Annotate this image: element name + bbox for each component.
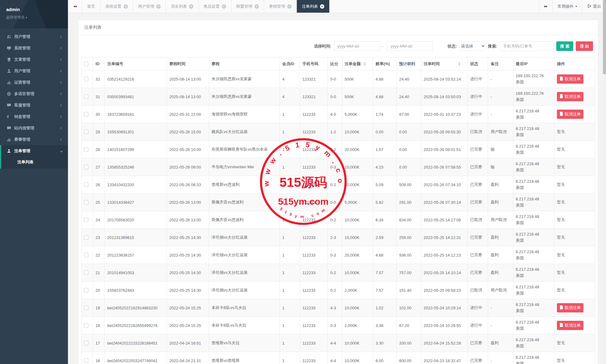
sidebar-item-转盘管理[interactable]: ¥转盘管理 — [0, 111, 68, 122]
sidebar-item-客服管理[interactable]: 客服管理 — [0, 99, 68, 111]
cell-status: 进行中 — [468, 70, 488, 88]
search-button[interactable]: 搜 索 — [556, 41, 574, 51]
cell-remark: 盈利 — [488, 194, 513, 211]
sort-carets-icon[interactable] — [458, 62, 461, 66]
cell-profit: 757.00 — [397, 264, 421, 282]
column-header-注单时间[interactable]: 注单时间 — [421, 57, 468, 70]
cell-order-no: 133014336427 — [105, 194, 167, 211]
sidebar-subitem-注单列表[interactable]: 注单列表 — [1, 157, 68, 169]
sidebar-item-用户管理[interactable]: 用户管理 — [0, 31, 68, 42]
row-checkbox[interactable] — [84, 147, 88, 152]
row-checkbox[interactable] — [84, 306, 88, 310]
status-select[interactable]: 请选择 — [459, 41, 486, 51]
row-checkbox[interactable] — [84, 130, 88, 134]
column-header-注单金额[interactable]: 注单金额 — [342, 57, 373, 70]
sidebar-item-用户管理[interactable]: 用户管理 — [0, 65, 68, 77]
tab-label: 注单列表 — [302, 4, 318, 9]
cell-last-ip: 8.217.218.48美国 — [513, 176, 554, 194]
cancel-order-button[interactable]: 取消注单 — [557, 92, 583, 101]
tab-close-icon[interactable]: ✕ — [287, 4, 292, 9]
cell-amount: 10,000K — [342, 176, 373, 194]
user-role-dropdown[interactable]: 超级管理员▾ — [6, 15, 62, 20]
row-checkbox[interactable] — [84, 341, 88, 345]
tab-close-icon[interactable]: ✕ — [124, 4, 128, 9]
sort-carets-icon[interactable] — [364, 62, 366, 66]
row-checkbox[interactable] — [84, 112, 88, 116]
row-checkbox[interactable] — [84, 165, 88, 169]
cancel-order-button[interactable]: 取消注单 — [557, 321, 583, 330]
sidebar-item-赛事管理[interactable]: 赛事管理 — [0, 134, 68, 145]
cell-status: 已完赛 — [468, 246, 488, 264]
chevron-left-icon — [60, 35, 63, 38]
fast-forward-icon: ▶▶ — [544, 5, 547, 8]
table-row: 251330143364272022-05-26 13:00斯佩齐亚vs恩波利1… — [82, 194, 595, 211]
sidebar-group-9: 赛事管理 — [0, 134, 68, 145]
start-date-input[interactable] — [334, 41, 380, 51]
cell-order-time: 2022-05-26 08:01:51 — [421, 141, 468, 158]
tab-close-icon[interactable]: ✕ — [255, 4, 259, 9]
logout-button[interactable]: 退出 — [582, 0, 606, 13]
cell-profit: 67.20 — [397, 317, 421, 334]
ip-address: 8.217.218.48 — [516, 231, 552, 237]
cell-order-no: bet24052022162914883230 — [105, 299, 167, 317]
tab-系统设置[interactable]: 系统设置✕ — [100, 0, 133, 13]
tab-close-icon[interactable]: ✕ — [156, 4, 161, 9]
cancel-order-label: 取消注单 — [565, 76, 581, 82]
sidebar-item-多语言管理[interactable]: 多语言管理 — [0, 88, 68, 99]
ip-address: 8.217.218.48 — [516, 214, 552, 220]
cancel-order-button[interactable]: 取消注单 — [557, 303, 583, 312]
sidebar-item-注单管理[interactable]: 注单管理 — [1, 145, 68, 157]
tab-首页[interactable]: 首页 — [82, 0, 100, 13]
tab-close-icon[interactable]: ✕ — [222, 4, 226, 9]
common-actions-dropdown[interactable]: 常用操作 ▾ — [552, 0, 582, 13]
vertical-scrollbar[interactable] — [603, 0, 606, 364]
tab-注单列表[interactable]: 注单列表✕ — [297, 0, 330, 13]
sidebar-item-文章管理[interactable]: 文章管理 — [0, 54, 68, 65]
row-checkbox[interactable] — [84, 200, 88, 204]
tab-用户管理[interactable]: 用户管理✕ — [133, 0, 166, 13]
scrollbar-thumb[interactable] — [603, 0, 606, 74]
row-checkbox[interactable] — [84, 288, 88, 292]
cell-match: 布里斯班狮吼青年队vs墨尔本港 — [209, 141, 280, 158]
row-checkbox[interactable] — [84, 270, 88, 275]
sidebar-item-系统管理[interactable]: 系统管理 — [0, 42, 68, 54]
cell-profit: 0.00 — [397, 158, 421, 176]
cancel-order-button[interactable]: 取消注单 — [557, 74, 583, 84]
cell-match: 海德堡联vs海德堡联 — [209, 106, 280, 123]
common-actions-label: 常用操作 — [558, 4, 574, 9]
tabs-scroll-left-button[interactable]: ◀◀ — [68, 0, 82, 13]
cell-remark: 盈利 — [488, 334, 513, 352]
row-checkbox[interactable] — [84, 77, 88, 81]
select-all-checkbox[interactable] — [84, 62, 88, 66]
sidebar-item-站内信管理[interactable]: 站内信管理 — [0, 122, 68, 134]
status-filter-label: 状态: — [448, 44, 457, 49]
cell-action: 取消注单 — [554, 88, 595, 106]
tabs-scroll-right-button[interactable]: ▶▶ — [539, 0, 552, 13]
cell-remark: - — [488, 70, 513, 88]
cell-action: 取消注单 — [554, 299, 595, 317]
column-header-label: 注单编号 — [107, 61, 123, 67]
end-date-input[interactable] — [387, 41, 433, 51]
row-checkbox[interactable] — [84, 218, 88, 222]
search-input[interactable] — [500, 41, 554, 51]
tab-奖品设置[interactable]: 奖品设置✕ — [199, 0, 231, 13]
column-header-赔率(%): 赔率(%) — [373, 57, 396, 70]
tab-赛程管理[interactable]: 赛程管理✕ — [264, 0, 297, 13]
row-checkbox[interactable] — [84, 358, 88, 363]
row-checkbox[interactable] — [84, 323, 88, 328]
cell-profit: 24.40 — [397, 88, 421, 106]
row-checkbox[interactable] — [84, 182, 88, 187]
tab-close-icon[interactable]: ✕ — [189, 4, 193, 9]
cancel-order-button[interactable]: 取消注单 — [557, 110, 583, 119]
tab-close-icon[interactable]: ✕ — [320, 4, 324, 9]
column-header-label: 注单时间 — [424, 61, 440, 67]
sidebar-item-运营管理[interactable]: 运营管理 — [0, 77, 68, 88]
row-checkbox[interactable] — [84, 253, 88, 257]
row-checkbox[interactable] — [84, 94, 88, 99]
tab-联盟管理[interactable]: 联盟管理✕ — [231, 0, 264, 13]
tab-语言列表[interactable]: 语言列表✕ — [166, 0, 199, 13]
cell-match-time: 2022-05-31 22:00 — [167, 106, 209, 123]
tab-label: 首页 — [87, 4, 95, 9]
row-checkbox[interactable] — [84, 235, 88, 240]
export-button[interactable]: 导 出 — [576, 41, 593, 51]
